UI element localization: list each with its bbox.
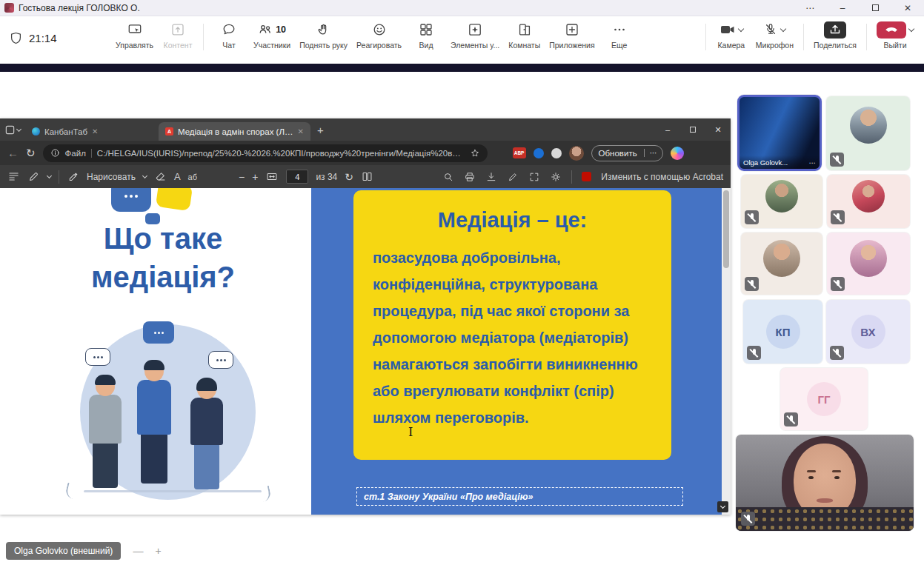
participant-tile[interactable]: КП — [743, 300, 822, 364]
participant-avatar — [765, 180, 798, 213]
browser-maximize-button[interactable] — [680, 118, 705, 141]
page-view-icon[interactable] — [361, 170, 373, 183]
raise-hand-button[interactable]: Поднять руку — [295, 21, 352, 50]
chat-bubble-yellow — [156, 188, 193, 211]
extension-icon[interactable] — [534, 148, 544, 158]
elements-button[interactable]: Элементы у... — [446, 21, 504, 50]
rotate-icon[interactable]: ↻ — [345, 171, 353, 183]
annotate-pen-icon[interactable] — [507, 171, 519, 183]
participant-initials: КП — [776, 326, 791, 338]
browser-tab-pdf[interactable]: A Медіація в адмін спорах (Литви ✕ — [159, 122, 310, 141]
participant-tile[interactable]: ГГ — [780, 368, 868, 430]
participant-tile[interactable] — [741, 175, 822, 228]
minimize-button[interactable]: – — [826, 0, 859, 16]
person-legs — [141, 435, 167, 484]
add-text-icon[interactable]: A — [174, 171, 181, 182]
pdf-page[interactable]: Що таке медіація? — [0, 188, 731, 515]
toolbar-divider — [866, 24, 867, 50]
toolbar-divider — [203, 24, 204, 50]
microphone-button[interactable]: Микрофон — [751, 21, 798, 50]
browser-tab-kanban[interactable]: КанбанТаб ✕ — [25, 122, 159, 141]
copilot-icon[interactable] — [671, 147, 684, 160]
fit-width-icon[interactable] — [265, 170, 279, 183]
page-input[interactable] — [286, 170, 308, 184]
participant-tile-olga[interactable]: Olga Golovk... ⋯ — [737, 95, 822, 171]
camera-button[interactable]: Камера — [711, 21, 751, 50]
leave-chevron-icon[interactable] — [908, 25, 914, 31]
share-button[interactable]: Поделиться — [809, 21, 861, 50]
mic-muted-icon — [745, 210, 759, 224]
tile-more-icon[interactable]: ⋯ — [809, 158, 817, 167]
page-count-label: из 34 — [316, 172, 337, 182]
draw-label: Нарисовать — [87, 172, 136, 182]
rooms-button[interactable]: Комнаты — [504, 21, 545, 50]
eraser-icon[interactable] — [154, 170, 167, 183]
tab-close-icon[interactable]: ✕ — [92, 127, 98, 136]
apps-button[interactable]: Приложения — [545, 21, 599, 50]
zoom-out-button[interactable]: − — [239, 171, 245, 183]
share-zoom-out-button[interactable]: — — [133, 545, 143, 557]
toolbar-divider — [705, 24, 706, 50]
adblock-icon[interactable]: ABP — [513, 147, 526, 158]
content-label: Контент — [164, 41, 193, 50]
update-browser-button[interactable]: Обновить ⋯ — [591, 145, 663, 161]
speech-bubble-icon — [208, 351, 233, 369]
print-icon[interactable] — [464, 171, 476, 183]
extension-icon[interactable] — [551, 148, 562, 158]
participant-tile[interactable] — [827, 175, 910, 228]
search-icon[interactable] — [442, 171, 454, 183]
participants-button[interactable]: 10 Участники — [249, 21, 295, 50]
self-video-tile[interactable] — [736, 435, 914, 531]
tab-close-icon[interactable]: ✕ — [298, 127, 304, 136]
draw-button[interactable]: Нарисовать — [67, 170, 147, 183]
close-button[interactable]: ✕ — [891, 0, 924, 16]
mic-muted-icon — [747, 346, 761, 360]
presenter-name-pill: Olga Golovko (внешний) — [6, 542, 121, 560]
manage-button[interactable]: Управлять — [111, 21, 158, 50]
settings-gear-icon[interactable] — [550, 171, 562, 183]
participant-tile[interactable]: ВХ — [826, 300, 910, 364]
browser-close-button[interactable]: ✕ — [705, 118, 731, 141]
face-detail — [808, 476, 814, 479]
pdf-favicon: A — [165, 127, 173, 136]
page-down-button[interactable] — [717, 501, 728, 512]
pdf-toolbar-divider — [59, 170, 59, 184]
react-button[interactable]: Реагировать — [352, 21, 406, 50]
pen-tool-button[interactable] — [27, 170, 51, 183]
bookmark-star-icon[interactable] — [470, 148, 480, 158]
toc-icon[interactable] — [7, 170, 20, 183]
participant-initials-circle: КП — [766, 315, 800, 349]
microphone-chevron-icon[interactable] — [780, 25, 786, 31]
camera-chevron-icon[interactable] — [738, 25, 744, 31]
participant-tile[interactable] — [826, 96, 910, 170]
window-more-icon[interactable]: ⋯ — [794, 0, 826, 16]
chat-bubbles-graphic — [111, 188, 151, 212]
chat-button[interactable]: Чат — [209, 21, 249, 50]
read-aloud-icon[interactable]: аб — [188, 173, 197, 181]
content-button[interactable]: Контент — [158, 21, 198, 50]
acrobat-edit-button[interactable]: Изменить с помощью Acrobat — [601, 172, 723, 182]
info-icon[interactable] — [50, 148, 60, 158]
new-tab-button[interactable]: + — [317, 124, 324, 136]
browser-minimize-button[interactable]: – — [655, 118, 680, 141]
elements-star-icon — [468, 22, 482, 37]
tab-actions-button[interactable] — [4, 124, 21, 136]
fullscreen-icon[interactable] — [528, 171, 540, 183]
scrollbar-thumb[interactable] — [723, 190, 729, 268]
participant-tile[interactable] — [827, 233, 910, 295]
view-button[interactable]: Вид — [406, 21, 446, 50]
back-button[interactable]: ← — [7, 147, 19, 159]
update-more-icon[interactable]: ⋯ — [644, 149, 662, 157]
share-zoom-in-button[interactable]: + — [155, 545, 161, 557]
profile-avatar[interactable] — [569, 146, 584, 161]
pdf-scrollbar[interactable] — [722, 188, 731, 515]
refresh-button[interactable]: ↻ — [26, 147, 36, 160]
zoom-in-button[interactable]: + — [252, 171, 258, 183]
leave-button[interactable]: Выйти — [872, 21, 918, 50]
save-icon[interactable] — [485, 171, 497, 183]
leave-label: Выйти — [883, 41, 906, 50]
maximize-button[interactable] — [859, 0, 891, 16]
address-field[interactable]: Файл C:/HELGA/IUS(IURIS)/препод/25%20-%2… — [43, 144, 488, 162]
participant-tile[interactable] — [741, 233, 822, 295]
more-button[interactable]: Еще — [599, 21, 639, 50]
